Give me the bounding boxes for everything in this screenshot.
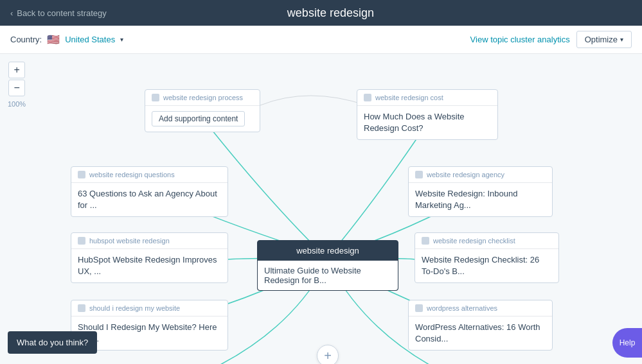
help-label: Help [620,338,636,347]
node-checklist[interactable]: website redesign checklist Website Redes… [415,232,559,283]
feedback-button[interactable]: What do you think? [8,331,97,354]
country-name[interactable]: United States [65,35,115,44]
node-cost-header: website redesign cost [357,90,497,106]
help-button[interactable]: Help [612,328,642,358]
node-cost-body: How Much Does a Website Redesign Cost? [357,106,497,139]
node-agency[interactable]: website redesign agency Website Redesign… [408,166,553,217]
back-arrow-icon: ‹ [10,8,13,18]
chevron-down-icon: ▾ [620,36,623,43]
optimize-label: Optimize [585,35,618,44]
node-questions-header: website redesign questions [71,167,227,183]
center-card-body: Ultimate Guide to Website Redesign for B… [258,261,398,290]
node-checklist-topic: website redesign checklist [433,237,515,245]
node-hubspot-topic: hubspot website redesign [89,237,170,245]
node-cost-topic: website redesign cost [375,94,443,101]
topic-icon [152,94,159,101]
zoom-out-button[interactable]: − [8,80,25,96]
back-link[interactable]: ‹ Back to content strategy [10,8,107,18]
node-hubspot-redesign[interactable]: hubspot website redesign HubSpot Website… [71,232,228,283]
node-checklist-body: Website Redesign Checklist: 26 To-Do's B… [415,249,558,282]
zoom-level: 100% [8,100,26,108]
country-label: Country: [10,35,42,44]
node-should-header: should i redesign my website [71,300,227,316]
topic-icon [78,304,85,312]
node-process-header: website redesign process [145,90,260,106]
node-process-topic: website redesign process [163,94,243,101]
view-analytics-link[interactable]: View topic cluster analytics [470,35,570,44]
zoom-in-button[interactable]: + [8,62,25,78]
zoom-controls: + − 100% [8,62,26,108]
center-pillar-card[interactable]: website redesign Ultimate Guide to Websi… [257,240,398,291]
node-agency-topic: website redesign agency [427,171,504,178]
add-supporting-button[interactable]: Add supporting content [152,111,245,126]
node-process[interactable]: website redesign process Add supporting … [145,89,260,132]
node-questions-topic: website redesign questions [89,171,175,178]
topic-icon [364,94,371,101]
canvas: + − 100% website redesign Ultimate Guide… [0,54,642,364]
node-hubspot-header: hubspot website redesign [71,233,227,249]
back-link-label: Back to content strategy [17,8,106,18]
topic-icon [415,171,423,178]
flag-icon: 🇺🇸 [47,33,60,46]
page-title: website redesign [287,6,374,20]
node-process-add: Add supporting content [145,106,260,132]
chevron-down-icon: ▾ [120,36,123,43]
country-selector: Country: 🇺🇸 United States ▾ [10,33,123,46]
node-wordpress-body: WordPress Alternatives: 16 Worth Consid.… [409,316,552,350]
add-node-button[interactable]: + [317,345,339,364]
topic-icon [415,304,423,312]
node-checklist-header: website redesign checklist [415,233,558,249]
node-wordpress-topic: wordpress alternatives [427,304,497,312]
topic-icon [422,237,429,245]
country-bar: Country: 🇺🇸 United States ▾ View topic c… [0,26,642,54]
node-agency-header: website redesign agency [409,167,552,183]
center-card-header: website redesign [258,241,398,261]
node-wordpress[interactable]: wordpress alternatives WordPress Alterna… [408,300,553,351]
plus-icon: + [324,349,332,363]
country-right: View topic cluster analytics Optimize ▾ [470,31,632,48]
node-wordpress-header: wordpress alternatives [409,300,552,316]
node-hubspot-body: HubSpot Website Redesign Improves UX, ..… [71,249,227,282]
node-questions[interactable]: website redesign questions 63 Questions … [71,166,228,217]
node-cost[interactable]: website redesign cost How Much Does a We… [357,89,498,140]
topic-icon [78,171,85,178]
node-agency-body: Website Redesign: Inbound Marketing Ag..… [409,183,552,216]
node-should-topic: should i redesign my website [89,304,180,312]
node-questions-body: 63 Questions to Ask an Agency About for … [71,183,227,216]
optimize-button[interactable]: Optimize ▾ [576,31,632,48]
top-nav: ‹ Back to content strategy website redes… [0,0,642,26]
topic-icon [78,237,85,245]
